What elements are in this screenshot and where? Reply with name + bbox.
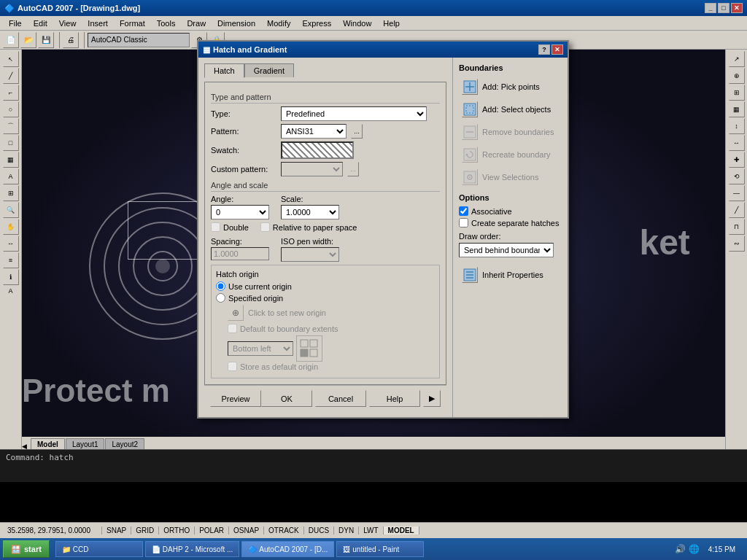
taskbar-dahp[interactable]: 📄 DAHP 2 - Microsoft ... [145,541,240,557]
view-selections-button: View Selections [459,167,562,187]
dialog-help-button[interactable]: ? [538,44,550,55]
taskbar-paint-icon: 🖼 [343,545,350,553]
relative-label: Relative to paper space [273,223,357,232]
associative-checkbox[interactable] [459,206,468,216]
dialog-icon: ▦ [203,45,210,55]
type-label: Type: [211,109,276,118]
spacing-iso-row: Spacing: ISO pen width: [211,237,440,262]
custom-pattern-browse: ... [347,162,359,176]
view-selections-label: View Selections [482,173,538,182]
use-current-label: Use current origin [228,282,292,291]
dialog-close-button[interactable]: ✕ [551,44,563,55]
tray-icon-2: 🌐 [689,544,700,554]
swatch-label: Swatch: [211,146,276,155]
swatch-preview[interactable] [281,141,354,159]
scale-group: Scale: 1.0000 [281,195,339,219]
svg-rect-8 [301,349,308,357]
pattern-label: Pattern: [211,127,276,136]
dialog-title-bar: ▦ Hatch and Gradient ? ✕ [198,42,568,58]
create-separate-checkbox[interactable] [459,218,468,228]
hatch-gradient-dialog: ▦ Hatch and Gradient ? ✕ Hatch Gradient [197,40,569,419]
inherit-icon-svg [463,268,476,281]
pattern-row: Pattern: ANSI31 ... [211,124,440,139]
draw-order-group: Draw order: Send behind boundary Do not … [459,232,562,257]
svg-rect-6 [301,340,308,347]
click-to-set-icon: ⊕ [228,305,244,321]
tray-icon-1: 🔊 [675,544,686,554]
tab-gradient[interactable]: Gradient [244,63,294,77]
tab-hatch[interactable]: Hatch [204,63,244,78]
relative-checkbox[interactable] [260,222,270,232]
select-icon-svg [463,103,476,116]
remove-icon-svg [463,125,476,139]
swatch-row: Swatch: [211,141,440,159]
taskbar-autocad[interactable]: 🔷 AutoCAD 2007 - [D... [241,541,334,557]
origin-grid-svg [299,338,320,359]
draw-order-input-row: Send behind boundary Do not assign Send … [459,243,562,257]
angle-scale-row: Angle: 0 Scale: 1.0000 [211,195,440,219]
iso-pen-group: ISO pen width: [281,237,339,262]
spacing-label: Spacing: [211,237,269,246]
spacing-group: Spacing: [211,237,269,262]
use-current-row: Use current origin [216,281,435,291]
iso-pen-select [281,247,339,262]
double-label: Double [223,223,249,232]
boundaries-title: Boundaries [459,63,562,72]
recreate-icon [462,147,478,163]
taskbar-paint[interactable]: 🖼 untitled - Paint [336,541,424,557]
dialog-overlay: ▦ Hatch and Gradient ? ✕ Hatch Gradient [0,0,747,560]
dialog-tab-bar: Hatch Gradient [204,63,446,77]
remove-label: Remove boundaries [482,128,554,136]
dialog-title-buttons: ? ✕ [538,44,563,55]
bottom-left-select: Bottom left [228,341,293,356]
recreate-icon-svg [463,148,476,161]
type-select[interactable]: Predefined User-defined Custom [281,106,427,121]
scale-input-row: 1.0000 [281,205,339,219]
taskbar-ccd[interactable]: 📁 CCD [55,541,143,557]
specified-label: Specified origin [228,294,283,303]
draw-order-select[interactable]: Send behind boundary Do not assign Send … [459,243,554,257]
ok-button[interactable]: OK [261,390,312,407]
cancel-button[interactable]: Cancel [315,390,366,407]
add-pick-points-button[interactable]: Add: Pick points [459,77,562,97]
double-relative-row: Double Relative to paper space [211,222,440,234]
svg-rect-7 [310,340,317,347]
inherit-icon [462,267,478,283]
tab-content: Type and pattern Type: Predefined User-d… [204,82,446,385]
pattern-browse-button[interactable]: ... [351,124,363,139]
taskbar-autocad-icon: 🔷 [248,545,257,553]
recreate-boundary-button: Recreate boundary [459,144,562,165]
footer-right-buttons: OK Cancel Help ▶ [261,390,441,407]
store-default-checkbox[interactable] [228,362,237,371]
associative-label: Associative [471,207,512,216]
type-pattern-header: Type and pattern [211,93,440,104]
help-button[interactable]: Help [369,390,420,407]
scale-select[interactable]: 1.0000 [281,205,339,219]
custom-pattern-select [281,162,343,176]
start-button[interactable]: 🪟 start [3,540,50,558]
expand-button[interactable]: ▶ [423,390,441,407]
specified-radio[interactable] [216,293,225,303]
svg-rect-13 [464,104,476,115]
angle-select[interactable]: 0 [211,205,269,219]
add-pick-icon [462,79,478,95]
default-boundary-checkbox[interactable] [228,324,237,333]
use-current-radio[interactable] [216,281,225,291]
start-icon: 🪟 [11,545,21,554]
inherit-properties-button[interactable]: Inherit Properties [459,265,562,285]
view-icon-svg [463,171,476,184]
click-to-set-label: Click to set new origin [248,308,326,317]
double-checkbox[interactable] [211,222,220,232]
add-select-objects-button[interactable]: Add: Select objects [459,99,562,120]
taskbar-ccd-icon: 📁 [62,545,71,553]
angle-group: Angle: 0 [211,195,269,219]
svg-rect-17 [464,149,476,160]
add-pick-label: Add: Pick points [482,82,540,91]
svg-rect-9 [310,349,317,357]
preview-button[interactable]: Preview [210,390,261,407]
angle-input-row: 0 [211,205,269,219]
pattern-select[interactable]: ANSI31 [281,124,347,139]
spacing-input [211,247,269,260]
scale-label: Scale: [281,195,339,203]
hatch-origin-title: Hatch origin [216,270,435,279]
